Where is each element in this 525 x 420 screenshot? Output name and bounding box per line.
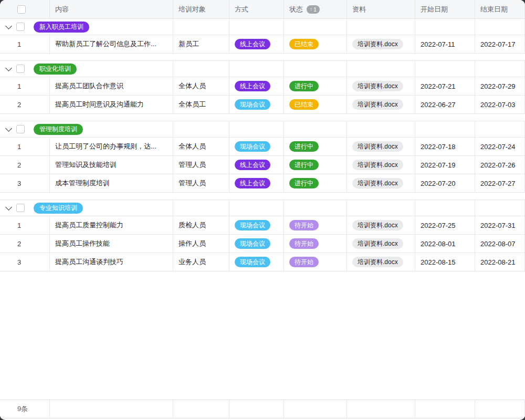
method-cell[interactable]: 现场会议 bbox=[229, 235, 284, 253]
status-cell[interactable]: 已结束 bbox=[284, 96, 347, 113]
group-checkbox[interactable] bbox=[16, 23, 25, 31]
status-cell[interactable]: 已结束 bbox=[284, 35, 347, 53]
end-date-cell[interactable]: 2022-08-21 bbox=[475, 253, 525, 271]
method-pill[interactable]: 线上会议 bbox=[235, 39, 270, 49]
method-cell[interactable]: 线上会议 bbox=[229, 77, 284, 95]
status-pill[interactable]: 待开始 bbox=[289, 220, 319, 230]
material-cell[interactable]: 培训资料.docx bbox=[347, 35, 415, 53]
material-file-pill[interactable]: 培训资料.docx bbox=[352, 178, 403, 188]
status-pill[interactable]: 进行中 bbox=[289, 81, 319, 91]
column-header-start-date[interactable]: 开始日期 bbox=[415, 0, 475, 18]
content-cell[interactable]: 提高员工质量控制能力 bbox=[50, 216, 173, 234]
group-name-badge[interactable]: 职业化培训 bbox=[34, 64, 77, 75]
table-row[interactable]: 1 提高员工团队合作意识 全体人员 线上会议 进行中 培训资料.docx 202… bbox=[0, 77, 525, 96]
collapse-chevron-down-icon[interactable] bbox=[5, 125, 12, 132]
status-pill[interactable]: 待开始 bbox=[289, 238, 319, 249]
sort-badge[interactable]: ↑ 1 bbox=[307, 5, 320, 14]
target-cell[interactable]: 管理人员 bbox=[173, 156, 229, 174]
target-cell[interactable]: 新员工 bbox=[173, 35, 229, 53]
status-pill[interactable]: 已结束 bbox=[289, 39, 319, 49]
end-date-cell[interactable]: 2022-07-31 bbox=[475, 216, 525, 234]
group-checkbox[interactable] bbox=[16, 125, 25, 133]
content-cell[interactable]: 提高员工时间意识及沟通能力 bbox=[50, 96, 173, 113]
collapse-chevron-down-icon[interactable] bbox=[5, 204, 12, 211]
content-cell[interactable]: 帮助新员工了解公司信息及工作... bbox=[50, 35, 173, 53]
content-cell[interactable]: 提高员工操作技能 bbox=[50, 235, 173, 253]
material-file-pill[interactable]: 培训资料.docx bbox=[352, 39, 403, 49]
status-pill[interactable]: 进行中 bbox=[289, 141, 319, 152]
content-cell[interactable]: 提高员工沟通谈判技巧 bbox=[50, 253, 173, 271]
method-cell[interactable]: 现场会议 bbox=[229, 138, 284, 155]
group-header-row[interactable]: 专业知识培训 bbox=[0, 200, 525, 216]
select-all-checkbox[interactable] bbox=[17, 5, 26, 14]
method-cell[interactable]: 线上会议 bbox=[229, 35, 284, 53]
target-cell[interactable]: 全体人员 bbox=[173, 77, 229, 95]
group-header-row[interactable]: 新入职员工培训 bbox=[0, 19, 525, 35]
collapse-chevron-down-icon[interactable] bbox=[5, 65, 12, 71]
end-date-cell[interactable]: 2022-07-03 bbox=[475, 96, 525, 113]
method-cell[interactable]: 现场会议 bbox=[229, 216, 284, 234]
method-pill[interactable]: 线上会议 bbox=[235, 81, 270, 91]
status-pill[interactable]: 进行中 bbox=[289, 160, 319, 170]
column-header-material[interactable]: 资料 bbox=[347, 0, 415, 18]
end-date-cell[interactable]: 2022-07-27 bbox=[475, 174, 525, 192]
end-date-cell[interactable]: 2022-07-24 bbox=[475, 138, 525, 155]
target-cell[interactable]: 全体员工 bbox=[173, 96, 229, 113]
material-cell[interactable]: 培训资料.docx bbox=[347, 156, 415, 174]
material-cell[interactable]: 培训资料.docx bbox=[347, 138, 415, 155]
start-date-cell[interactable]: 2022-07-18 bbox=[415, 138, 475, 155]
method-pill[interactable]: 线上会议 bbox=[235, 178, 270, 188]
group-name-badge[interactable]: 新入职员工培训 bbox=[34, 22, 89, 33]
material-cell[interactable]: 培训资料.docx bbox=[347, 235, 415, 253]
start-date-cell[interactable]: 2022-07-25 bbox=[415, 216, 475, 234]
start-date-cell[interactable]: 2022-07-11 bbox=[415, 35, 475, 53]
column-header-content[interactable]: 内容 bbox=[50, 0, 173, 18]
group-name-badge[interactable]: 管理制度培训 bbox=[34, 124, 83, 135]
material-file-pill[interactable]: 培训资料.docx bbox=[352, 220, 403, 230]
group-header-row[interactable]: 管理制度培训 bbox=[0, 121, 525, 138]
table-row[interactable]: 1 帮助新员工了解公司信息及工作... 新员工 线上会议 已结束 培训资料.do… bbox=[0, 35, 525, 54]
method-cell[interactable]: 线上会议 bbox=[229, 174, 284, 192]
start-date-cell[interactable]: 2022-07-21 bbox=[415, 77, 475, 95]
status-cell[interactable]: 待开始 bbox=[284, 235, 347, 253]
table-row[interactable]: 3 提高员工沟通谈判技巧 业务人员 现场会议 待开始 培训资料.docx 202… bbox=[0, 253, 525, 271]
content-cell[interactable]: 让员工明了公司的办事规则，达... bbox=[50, 138, 173, 155]
content-cell[interactable]: 管理知识及技能培训 bbox=[50, 156, 173, 174]
material-cell[interactable]: 培训资料.docx bbox=[347, 96, 415, 113]
status-pill[interactable]: 待开始 bbox=[289, 257, 319, 267]
table-row[interactable]: 1 让员工明了公司的办事规则，达... 全体人员 现场会议 进行中 培训资料.d… bbox=[0, 138, 525, 156]
content-cell[interactable]: 提高员工团队合作意识 bbox=[50, 77, 173, 95]
material-file-pill[interactable]: 培训资料.docx bbox=[352, 99, 403, 110]
start-date-cell[interactable]: 2022-07-19 bbox=[415, 156, 475, 174]
method-pill[interactable]: 线上会议 bbox=[235, 160, 270, 170]
group-checkbox[interactable] bbox=[16, 65, 25, 73]
end-date-cell[interactable]: 2022-07-26 bbox=[475, 156, 525, 174]
status-cell[interactable]: 进行中 bbox=[284, 138, 347, 155]
column-header-target[interactable]: 培训对象 bbox=[173, 0, 229, 18]
table-row[interactable]: 2 提高员工操作技能 操作人员 现场会议 待开始 培训资料.docx 2022-… bbox=[0, 235, 525, 253]
material-file-pill[interactable]: 培训资料.docx bbox=[352, 238, 403, 249]
column-header-status[interactable]: 状态 ↑ 1 bbox=[284, 0, 347, 18]
material-cell[interactable]: 培训资料.docx bbox=[347, 253, 415, 271]
status-cell[interactable]: 进行中 bbox=[284, 77, 347, 95]
method-pill[interactable]: 现场会议 bbox=[235, 220, 270, 230]
target-cell[interactable]: 管理人员 bbox=[173, 174, 229, 192]
status-cell[interactable]: 进行中 bbox=[284, 174, 347, 192]
material-file-pill[interactable]: 培训资料.docx bbox=[352, 81, 403, 91]
end-date-cell[interactable]: 2022-08-07 bbox=[475, 235, 525, 253]
material-file-pill[interactable]: 培训资料.docx bbox=[352, 141, 403, 152]
status-cell[interactable]: 待开始 bbox=[284, 216, 347, 234]
target-cell[interactable]: 业务人员 bbox=[173, 253, 229, 271]
target-cell[interactable]: 全体人员 bbox=[173, 138, 229, 155]
collapse-chevron-down-icon[interactable] bbox=[5, 23, 12, 29]
status-cell[interactable]: 待开始 bbox=[284, 253, 347, 271]
table-row[interactable]: 1 提高员工质量控制能力 质检人员 现场会议 待开始 培训资料.docx 202… bbox=[0, 216, 525, 235]
target-cell[interactable]: 操作人员 bbox=[173, 235, 229, 253]
method-cell[interactable]: 线上会议 bbox=[229, 156, 284, 174]
group-header-row[interactable]: 职业化培训 bbox=[0, 61, 525, 77]
material-file-pill[interactable]: 培训资料.docx bbox=[352, 257, 403, 267]
start-date-cell[interactable]: 2022-08-01 bbox=[415, 235, 475, 253]
group-name-badge[interactable]: 专业知识培训 bbox=[34, 203, 83, 214]
method-pill[interactable]: 现场会议 bbox=[235, 238, 270, 249]
start-date-cell[interactable]: 2022-06-27 bbox=[415, 96, 475, 113]
